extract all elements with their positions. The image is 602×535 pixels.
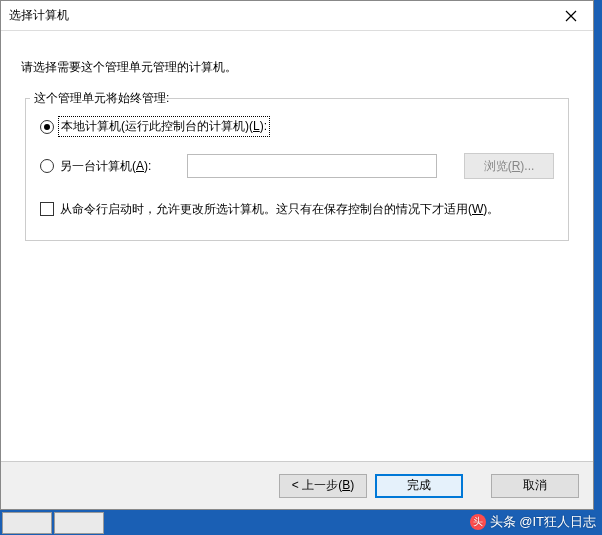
instruction-text: 请选择需要这个管理单元管理的计算机。 bbox=[21, 59, 573, 76]
close-button[interactable] bbox=[549, 1, 593, 31]
watermark-text: 头条 @IT狂人日志 bbox=[490, 513, 596, 531]
group-legend: 这个管理单元将始终管理: bbox=[32, 90, 171, 107]
watermark-icon: 头 bbox=[470, 514, 486, 530]
titlebar: 选择计算机 bbox=[1, 1, 593, 31]
taskbar-item[interactable] bbox=[2, 512, 52, 534]
back-button[interactable]: < 上一步(B) bbox=[279, 474, 367, 498]
radio-another-row[interactable]: 另一台计算机(A): 浏览(R)... bbox=[40, 153, 554, 179]
radio-local[interactable] bbox=[40, 120, 54, 134]
browse-button[interactable]: 浏览(R)... bbox=[464, 153, 554, 179]
dialog-title: 选择计算机 bbox=[9, 7, 69, 24]
finish-button[interactable]: 完成 bbox=[375, 474, 463, 498]
taskbar-item[interactable] bbox=[54, 512, 104, 534]
radio-another[interactable] bbox=[40, 159, 54, 173]
another-computer-input[interactable] bbox=[187, 154, 437, 178]
allow-change-checkbox[interactable] bbox=[40, 202, 54, 216]
button-bar: < 上一步(B) 完成 取消 bbox=[1, 461, 593, 509]
radio-local-label: 本地计算机(运行此控制台的计算机)(L): bbox=[60, 118, 268, 135]
dialog-content: 请选择需要这个管理单元管理的计算机。 这个管理单元将始终管理: 本地计算机(运行… bbox=[1, 31, 593, 241]
radio-local-row[interactable]: 本地计算机(运行此控制台的计算机)(L): bbox=[40, 118, 554, 135]
cancel-button[interactable]: 取消 bbox=[491, 474, 579, 498]
allow-change-row[interactable]: 从命令行启动时，允许更改所选计算机。这只有在保存控制台的情况下才适用(W)。 bbox=[40, 201, 554, 218]
radio-another-label: 另一台计算机(A): bbox=[60, 158, 151, 175]
allow-change-label: 从命令行启动时，允许更改所选计算机。这只有在保存控制台的情况下才适用(W)。 bbox=[60, 201, 499, 218]
select-computer-dialog: 选择计算机 请选择需要这个管理单元管理的计算机。 这个管理单元将始终管理: 本地… bbox=[0, 0, 594, 510]
watermark: 头 头条 @IT狂人日志 bbox=[470, 513, 596, 531]
manage-target-group: 这个管理单元将始终管理: 本地计算机(运行此控制台的计算机)(L): 另一台计算… bbox=[25, 98, 569, 241]
close-icon bbox=[565, 10, 577, 22]
